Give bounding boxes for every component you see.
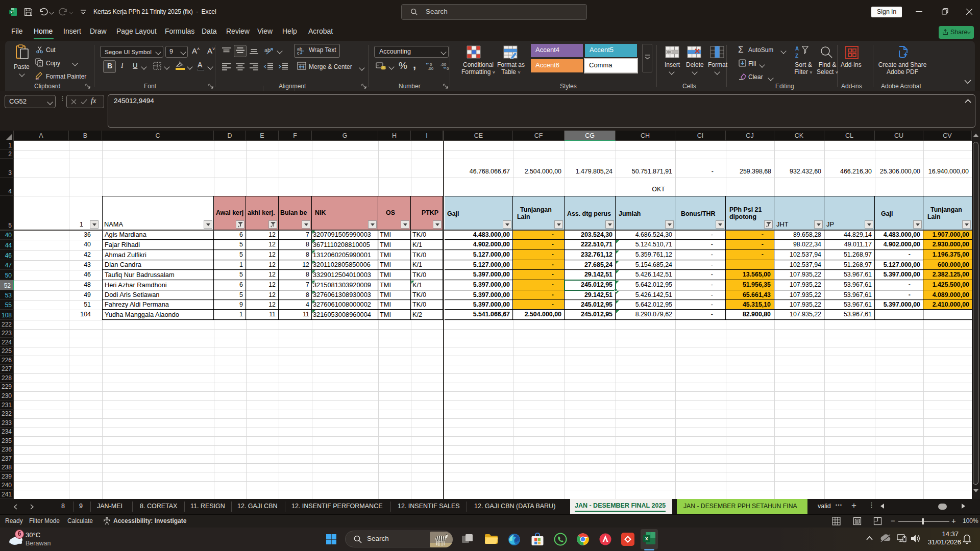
svg-text:0: 0 bbox=[447, 66, 449, 70]
svg-text:Z: Z bbox=[795, 53, 798, 59]
svg-text:ab: ab bbox=[264, 47, 271, 53]
svg-text:x: x bbox=[645, 536, 648, 541]
svg-text:c: c bbox=[297, 51, 300, 55]
svg-text:A: A bbox=[795, 46, 799, 52]
svg-text:.00: .00 bbox=[428, 66, 434, 70]
svg-text:.00: .00 bbox=[440, 62, 447, 67]
